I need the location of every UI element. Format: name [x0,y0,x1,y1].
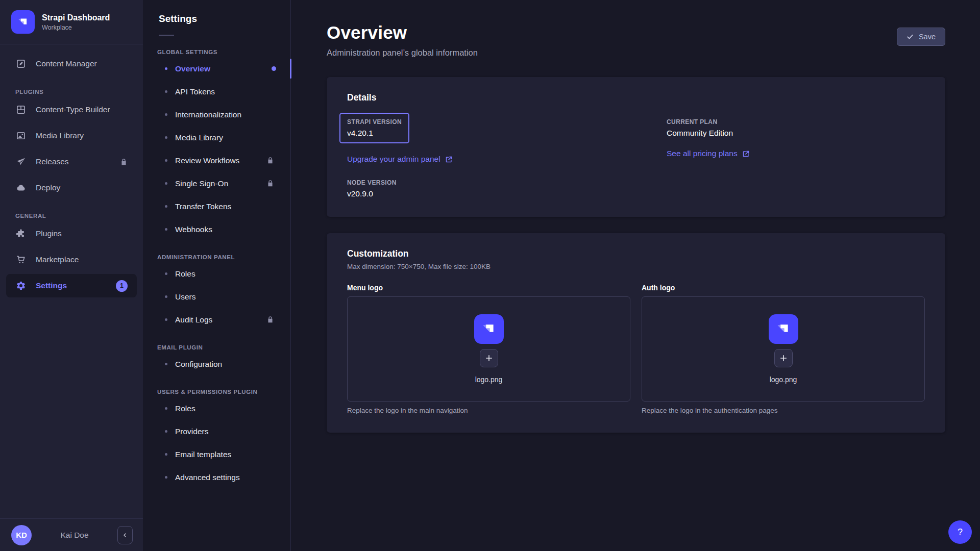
sidebar-nav: Content ManagerPLUGINSContent-Type Build… [0,44,143,518]
notification-badge: 1 [116,280,128,292]
auth-logo-label: Auth logo [642,284,925,292]
sidebar-item-content-type-builder[interactable]: Content-Type Builder [6,98,137,121]
bullet-icon [165,407,167,410]
sidebar-section-header-plugins: PLUGINS [15,89,128,95]
subnav-item-label: Roles [175,404,195,413]
bullet-icon [165,67,167,70]
bullet-icon [165,453,167,456]
media-library-icon [15,130,27,141]
marketplace-icon [15,254,27,265]
subnav-item-label: Email templates [175,450,231,459]
subnav-item-label: Transfer Tokens [175,202,231,211]
subnav-item-label: Providers [175,427,208,436]
active-item-indicator [290,59,291,79]
subnav-item-single-sign-on[interactable]: Single Sign-On [143,172,290,195]
sidebar-item-media-library[interactable]: Media Library [6,124,137,147]
sidebar-section-header-general: GENERAL [15,213,128,219]
help-button[interactable]: ? [948,520,972,544]
add-logo-button[interactable] [774,349,793,367]
page-header: Overview Administration panel’s global i… [327,22,945,58]
subnav-item-roles[interactable]: Roles [143,262,290,285]
subnav-item-label: Media Library [175,133,223,142]
subnav-item-providers[interactable]: Providers [143,420,290,443]
subnav-item-label: Users [175,292,195,302]
bullet-icon [165,182,167,185]
subnav-item-transfer-tokens[interactable]: Transfer Tokens [143,195,290,218]
subnav-item-label: Review Workflows [175,156,239,165]
subnav-item-roles[interactable]: Roles [143,397,290,420]
save-button[interactable]: Save [897,28,945,46]
lock-icon [120,158,128,166]
sidebar-item-marketplace[interactable]: Marketplace [6,248,137,271]
lock-icon [266,157,274,164]
avatar[interactable]: KD [11,525,32,545]
auth-logo-dropzone[interactable]: logo.png [642,296,925,402]
subnav-item-email-templates[interactable]: Email templates [143,443,290,466]
subnav-item-overview[interactable]: Overview [143,57,290,80]
menu-logo-label: Menu logo [347,284,630,292]
menu-logo-filename: logo.png [475,375,503,384]
subnav-item-label: Webhooks [175,225,212,234]
sidebar-item-label: Settings [36,281,67,290]
sidebar-item-label: Content-Type Builder [36,105,110,114]
sidebar-item-plugins[interactable]: Plugins [6,222,137,245]
subnav-item-audit-logs[interactable]: Audit Logs [143,308,290,331]
pricing-plans-link[interactable]: See all pricing plans [667,149,750,158]
sidebar-user-area: KD Kai Doe [0,518,143,551]
plus-icon [484,354,494,363]
content-type-builder-icon [15,104,27,115]
strapi-logo-icon [11,10,35,34]
add-logo-button[interactable] [480,349,498,367]
current-plan-value: Community Edition [667,129,925,138]
check-icon [906,33,914,40]
bullet-icon [165,159,167,162]
menu-logo-caption: Replace the logo in the main navigation [347,407,630,414]
auth-logo-caption: Replace the logo in the authentication p… [642,407,925,414]
subnav-item-users[interactable]: Users [143,285,290,308]
subnav-item-label: Overview [175,64,210,73]
strapi-logo-icon [474,314,504,344]
subnav-section-header-administration-panel: ADMINISTRATION PANEL [157,254,276,260]
subnav-item-internationalization[interactable]: Internationalization [143,103,290,126]
subnav-item-advanced-settings[interactable]: Advanced settings [143,466,290,489]
strapi-admin-app: Strapi Dashboard Workplace Content Manag… [0,0,980,551]
subnav-item-label: Audit Logs [175,315,212,324]
settings-icon [15,280,27,291]
subnav-item-webhooks[interactable]: Webhooks [143,218,290,241]
bullet-icon [165,205,167,208]
bullet-icon [165,272,167,275]
sidebar-item-releases[interactable]: Releases [6,150,137,173]
chevron-left-icon [122,532,128,538]
sidebar-collapse-button[interactable] [117,526,133,544]
bullet-icon [165,363,167,365]
customization-title: Customization [347,248,925,259]
subnav-item-review-workflows[interactable]: Review Workflows [143,149,290,172]
notification-dot [272,66,276,71]
external-link-icon [742,150,750,158]
subnav-item-api-tokens[interactable]: API Tokens [143,80,290,103]
sidebar-item-deploy[interactable]: Deploy [6,176,137,199]
plus-icon [779,354,788,363]
sidebar-item-label: Content Manager [36,59,97,68]
sidebar-item-settings[interactable]: Settings1 [6,274,137,297]
bullet-icon [165,295,167,298]
sidebar-item-content-manager[interactable]: Content Manager [6,52,137,76]
settings-subnav: Settings GLOBAL SETTINGSOverviewAPI Toke… [143,0,291,551]
upgrade-admin-panel-link[interactable]: Upgrade your admin panel [347,155,453,164]
subnav-section-header-users-permissions-plugin: USERS & PERMISSIONS PLUGIN [157,389,276,395]
menu-logo-dropzone[interactable]: logo.png [347,296,630,402]
subnav-title: Settings [159,13,290,24]
strapi-logo-icon [769,314,798,344]
main-content: Overview Administration panel’s global i… [291,0,980,551]
current-plan-label: CURRENT PLAN [667,118,925,126]
bullet-icon [165,113,167,116]
workspace-brand[interactable]: Strapi Dashboard Workplace [0,0,143,44]
bullet-icon [165,90,167,93]
bullet-icon [165,476,167,479]
page-subtitle: Administration panel’s global informatio… [327,48,478,58]
details-title: Details [347,92,925,103]
subnav-item-media-library[interactable]: Media Library [143,126,290,149]
workspace-subtitle: Workplace [42,24,110,31]
sidebar-item-label: Releases [36,157,69,166]
subnav-item-configuration[interactable]: Configuration [143,353,290,375]
